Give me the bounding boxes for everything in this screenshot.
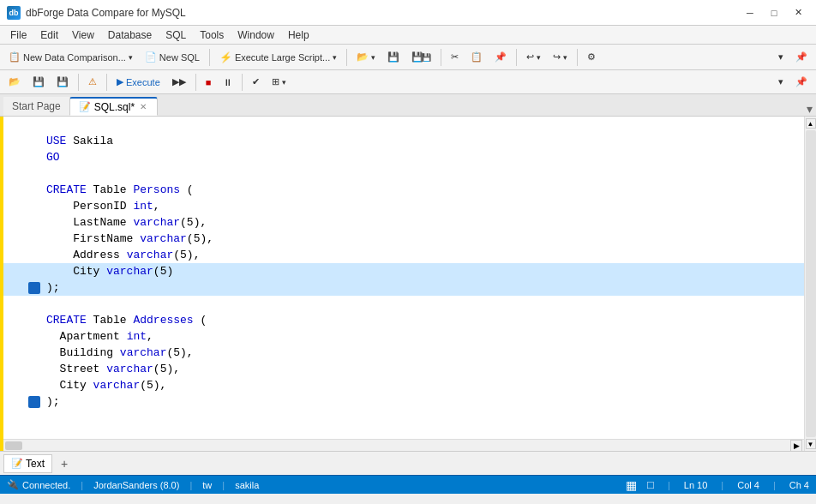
paste-button[interactable]: 📌 <box>489 47 512 68</box>
vscroll-thumb[interactable] <box>806 130 816 437</box>
save-all-button[interactable]: 💾 💾 <box>406 47 436 68</box>
col-text: Col 4 <box>737 480 759 490</box>
menu-view[interactable]: View <box>65 27 101 43</box>
menu-sql[interactable]: SQL <box>159 27 193 43</box>
folder-icon: 📂 <box>357 51 369 63</box>
status-bar: 🔌 Connected. | JordanSanders (8.0) | tw … <box>0 475 816 494</box>
execute-large-button[interactable]: ⚡ Execute Large Script... ▾ <box>214 47 342 68</box>
execute-button[interactable]: ▶ Execute <box>111 72 165 93</box>
pin-icon2: 📌 <box>795 76 807 87</box>
toolbar-pin[interactable]: 📌 <box>790 47 813 68</box>
step-button[interactable]: ⏸ <box>218 72 237 93</box>
save-icon2: 💾 <box>33 76 45 87</box>
new-comparison-button[interactable]: 📋 New Data Comparison... ▾ <box>3 47 138 68</box>
connected-text: Connected. <box>22 480 70 490</box>
expand-icon-button[interactable]: □ <box>647 478 654 491</box>
close-button[interactable]: ✕ <box>787 4 809 21</box>
window-controls: ─ □ ✕ <box>739 4 809 21</box>
menu-help[interactable]: Help <box>281 27 316 43</box>
menu-file[interactable]: File <box>3 27 33 43</box>
overflow-icon2: ▾ <box>778 76 783 87</box>
line-8: FirstName varchar(5), <box>3 231 804 247</box>
status-separator-5: | <box>721 480 723 490</box>
line-11: ); <box>3 279 804 296</box>
hscroll-thumb[interactable] <box>5 441 22 450</box>
horizontal-scrollbar[interactable]: ▶ <box>3 439 804 451</box>
vscroll-up[interactable]: ▲ <box>806 118 816 129</box>
format-button[interactable]: ⊞ ▾ <box>267 72 291 93</box>
copy-button[interactable]: 📋 <box>465 47 488 68</box>
overflow-icon: ▾ <box>778 51 783 63</box>
text-tab[interactable]: 📝 Text <box>3 454 52 473</box>
sql-tab[interactable]: 📝 SQL.sql* ✕ <box>69 97 158 116</box>
layout-icon-button[interactable]: ▦ <box>626 478 637 492</box>
code-line-19 <box>41 410 804 426</box>
format-arrow: ▾ <box>282 78 286 87</box>
check-button[interactable]: ✔ <box>247 72 265 93</box>
cut-button[interactable]: ✂ <box>446 47 464 68</box>
line-5: CREATE Table Persons ( <box>3 182 804 198</box>
menu-tools[interactable]: Tools <box>193 27 231 43</box>
open-btn2[interactable]: 📂 <box>3 72 26 93</box>
save-btn2[interactable]: 💾 <box>27 72 50 93</box>
bottom-bar: 📝 Text + <box>0 451 816 475</box>
menu-database[interactable]: Database <box>101 27 159 43</box>
hscroll-right[interactable]: ▶ <box>790 440 802 452</box>
execute-large-arrow: ▾ <box>333 53 337 62</box>
new-sql-button[interactable]: 📄 New SQL <box>140 47 205 68</box>
marker-11 <box>27 282 41 294</box>
save-all-icon2: 💾 <box>422 53 431 62</box>
minimize-button[interactable]: ─ <box>739 4 761 21</box>
restore-button[interactable]: □ <box>763 4 785 21</box>
code-line-11: ); <box>41 279 804 296</box>
vscroll-down[interactable]: ▼ <box>806 439 816 449</box>
code-line-17: City varchar(5), <box>41 377 804 393</box>
redo-icon: ↪ <box>553 51 561 63</box>
stop-icon: ■ <box>206 77 212 87</box>
toolbar2-pin[interactable]: 📌 <box>790 72 813 93</box>
stop-button[interactable]: ■ <box>201 72 217 93</box>
menu-window[interactable]: Window <box>231 27 281 43</box>
code-line-6: PersonID int, <box>41 198 804 214</box>
new-sql-icon: 📄 <box>145 51 157 63</box>
save-icon: 💾 <box>387 51 399 63</box>
add-tab-button[interactable]: + <box>56 454 73 473</box>
execute-options-button[interactable]: ▶▶ <box>167 72 191 93</box>
warning-btn[interactable]: ⚠ <box>83 72 102 93</box>
tab-dropdown[interactable]: ▾ <box>807 102 816 116</box>
open-file-button[interactable]: 📂 ▾ <box>351 47 381 68</box>
editor-area: USE Sakila GO CREATE Table Persons ( <box>0 117 816 451</box>
redo-button[interactable]: ↪ ▾ <box>548 47 573 68</box>
breakpoint-marker-11 <box>28 282 40 294</box>
execute-play-icon: ▶ <box>117 76 123 87</box>
code-line-4 <box>41 165 804 182</box>
menu-edit[interactable]: Edit <box>33 27 65 43</box>
ch-text: Ch 4 <box>789 480 809 490</box>
code-line-9: Address varchar(5), <box>41 247 804 263</box>
start-page-tab[interactable]: Start Page <box>3 97 69 116</box>
settings-button[interactable]: ⚙ <box>582 47 601 68</box>
execute-toolbar: 📂 💾 💾 ⚠ ▶ Execute ▶▶ ■ ⏸ ✔ ⊞ ▾ ▾ 📌 <box>0 70 816 94</box>
toolbar2-overflow[interactable]: ▾ <box>773 72 789 93</box>
toolbar-overflow[interactable]: ▾ <box>773 47 789 68</box>
marker-18 <box>27 396 41 408</box>
copy-icon: 📋 <box>471 51 483 63</box>
text-tab-label: Text <box>26 458 45 470</box>
vertical-scrollbar[interactable]: ▲ ▼ <box>804 117 816 451</box>
connection-status: 🔌 Connected. <box>7 479 70 490</box>
save-button[interactable]: 💾 <box>382 47 405 68</box>
code-line-10: City varchar(5) <box>41 263 804 279</box>
line-2: USE Sakila <box>3 133 804 149</box>
code-editor[interactable]: USE Sakila GO CREATE Table Persons ( <box>3 117 804 451</box>
cut-icon: ✂ <box>451 51 459 63</box>
warning-icon: ⚠ <box>88 76 97 87</box>
save2-btn2[interactable]: 💾 <box>51 72 74 93</box>
code-line-7: LastName varchar(5), <box>41 214 804 231</box>
code-content[interactable]: USE Sakila GO CREATE Table Persons ( <box>3 117 804 439</box>
sql-tab-close[interactable]: ✕ <box>138 102 148 111</box>
execute-large-icon: ⚡ <box>219 51 232 63</box>
connection-icon: 🔌 <box>7 479 19 490</box>
execute-options-icon: ▶▶ <box>172 76 186 87</box>
undo-button[interactable]: ↩ ▾ <box>521 47 546 68</box>
line-10: City varchar(5) <box>3 263 804 279</box>
